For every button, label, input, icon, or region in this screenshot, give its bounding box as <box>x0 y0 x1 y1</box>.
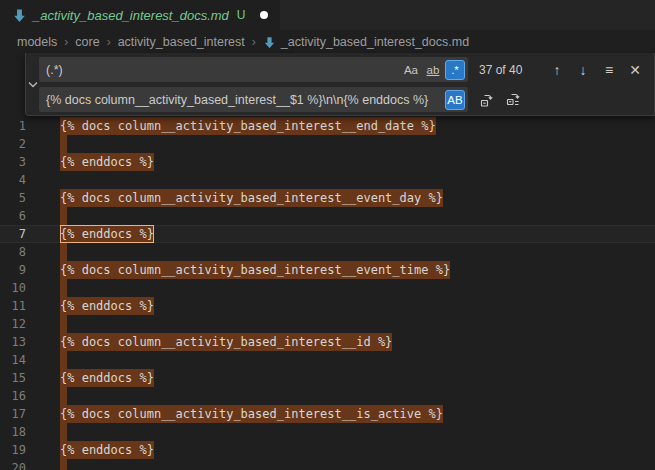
close-icon: ✕ <box>629 62 641 78</box>
line-number[interactable]: 1 <box>0 117 26 135</box>
breadcrumb-item-core[interactable]: core <box>75 35 99 49</box>
match-case-toggle[interactable]: Aa <box>401 60 421 80</box>
editor-line[interactable]: 17{% docs column__activity_based_interes… <box>0 405 655 423</box>
find-match-highlight: {% enddocs %} <box>60 297 154 315</box>
find-in-selection-button[interactable]: ≡ <box>598 59 620 81</box>
find-match-highlight-empty <box>60 459 67 470</box>
replace-input[interactable]: {% docs column__activity_based_interest_… <box>39 87 468 112</box>
line-number[interactable]: 11 <box>0 297 26 315</box>
whole-word-toggle[interactable]: ab <box>423 60 443 80</box>
regex-toggle[interactable]: .* <box>445 60 465 80</box>
line-number[interactable]: 9 <box>0 261 26 279</box>
tab-active-file[interactable]: _activity_based_interest_docs.md U <box>0 0 280 30</box>
line-number[interactable]: 2 <box>0 135 26 153</box>
editor-line[interactable]: 16 <box>0 387 655 405</box>
find-match-highlight-empty <box>60 279 67 297</box>
line-content <box>60 135 655 153</box>
replace-button[interactable] <box>476 89 498 111</box>
find-in-selection-icon: ≡ <box>605 62 613 78</box>
line-number[interactable]: 20 <box>0 459 26 470</box>
editor-line[interactable]: 19{% enddocs %} <box>0 441 655 459</box>
find-match-highlight-empty <box>60 207 67 225</box>
line-number[interactable]: 13 <box>0 333 26 351</box>
editor-line[interactable]: 18 <box>0 423 655 441</box>
editor-line[interactable]: 12 <box>0 315 655 333</box>
editor-line[interactable]: 7{% enddocs %} <box>0 225 655 243</box>
line-content: {% enddocs %} <box>60 441 655 459</box>
line-number[interactable]: 6 <box>0 207 26 225</box>
editor-line[interactable]: 20 <box>0 459 655 470</box>
find-match-highlight-empty <box>60 423 67 441</box>
line-number[interactable]: 5 <box>0 189 26 207</box>
line-number[interactable]: 16 <box>0 387 26 405</box>
line-number[interactable]: 4 <box>0 171 26 189</box>
line-number[interactable]: 8 <box>0 243 26 261</box>
replace-all-button[interactable] <box>502 89 524 111</box>
editor-line[interactable]: 10 <box>0 279 655 297</box>
find-match-highlight-empty <box>60 351 67 369</box>
markdown-file-icon <box>263 36 276 49</box>
editor-line[interactable]: 15{% enddocs %} <box>0 369 655 387</box>
line-number[interactable]: 14 <box>0 351 26 369</box>
line-number[interactable]: 15 <box>0 369 26 387</box>
find-match-highlight: {% docs column__activity_based_interest_… <box>60 261 450 279</box>
tab-filename: _activity_based_interest_docs.md <box>33 8 229 23</box>
breadcrumb-item-activity-based-interest[interactable]: activity_based_interest <box>118 35 245 49</box>
breadcrumb-separator: › <box>107 35 111 49</box>
editor: 1{% docs column__activity_based_interest… <box>0 54 655 470</box>
editor-line[interactable]: 3{% enddocs %} <box>0 153 655 171</box>
line-content <box>60 387 655 405</box>
editor-line[interactable]: 9{% docs column__activity_based_interest… <box>0 261 655 279</box>
find-match-highlight: {% enddocs %} <box>60 369 154 387</box>
line-number[interactable]: 18 <box>0 423 26 441</box>
find-match-highlight: {% docs column__activity_based_interest_… <box>60 189 443 207</box>
match-count: 37 of 40 <box>479 63 522 77</box>
line-content: {% docs column__activity_based_interest_… <box>60 261 655 279</box>
line-content <box>60 351 655 369</box>
markdown-file-icon <box>12 8 27 23</box>
editor-lines: 1{% docs column__activity_based_interest… <box>0 54 655 470</box>
breadcrumb-file-label: _activity_based_interest_docs.md <box>281 35 469 49</box>
editor-line[interactable]: 13{% docs column__activity_based_interes… <box>0 333 655 351</box>
line-number[interactable]: 10 <box>0 279 26 297</box>
chevron-down-icon <box>28 81 38 88</box>
line-content: {% enddocs %} <box>60 297 655 315</box>
editor-line[interactable]: 6 <box>0 207 655 225</box>
unsaved-changes-dot[interactable] <box>260 11 268 19</box>
toggle-replace-button[interactable] <box>26 53 39 115</box>
replace-row: {% docs column__activity_based_interest_… <box>39 87 650 112</box>
line-content: {% docs column__activity_based_interest_… <box>60 117 655 135</box>
previous-match-button[interactable]: ↑ <box>546 59 568 81</box>
editor-line[interactable]: 1{% docs column__activity_based_interest… <box>0 117 655 135</box>
line-content <box>60 243 655 261</box>
editor-line[interactable]: 8 <box>0 243 655 261</box>
editor-line[interactable]: 4 <box>0 171 655 189</box>
find-match-highlight: {% enddocs %} <box>60 441 154 459</box>
find-row: (.*) Aa ab .* 37 of 40 ↑ ↓ ≡ ✕ <box>39 57 650 82</box>
line-number[interactable]: 19 <box>0 441 26 459</box>
editor-line[interactable]: 14 <box>0 351 655 369</box>
line-number[interactable]: 12 <box>0 315 26 333</box>
breadcrumb-item-file[interactable]: _activity_based_interest_docs.md <box>263 35 469 49</box>
line-content <box>60 171 655 189</box>
line-number[interactable]: 3 <box>0 153 26 171</box>
line-content: {% enddocs %} <box>60 225 655 243</box>
line-content: {% docs column__activity_based_interest_… <box>60 405 655 423</box>
find-match-highlight: {% enddocs %} <box>60 153 154 171</box>
line-number[interactable]: 17 <box>0 405 26 423</box>
editor-line[interactable]: 5{% docs column__activity_based_interest… <box>0 189 655 207</box>
arrow-down-icon: ↓ <box>580 62 587 78</box>
close-find-widget-button[interactable]: ✕ <box>624 59 646 81</box>
breadcrumb-item-models[interactable]: models <box>17 35 57 49</box>
find-match-highlight: {% docs column__activity_based_interest_… <box>60 333 392 351</box>
editor-line[interactable]: 2 <box>0 135 655 153</box>
line-number[interactable]: 7 <box>0 225 26 243</box>
line-content <box>60 207 655 225</box>
line-content: {% enddocs %} <box>60 153 655 171</box>
preserve-case-toggle[interactable]: AB <box>445 90 465 110</box>
find-match-highlight-empty <box>60 135 67 153</box>
next-match-button[interactable]: ↓ <box>572 59 594 81</box>
find-input[interactable]: (.*) Aa ab .* <box>39 57 468 82</box>
find-replace-widget: (.*) Aa ab .* 37 of 40 ↑ ↓ ≡ ✕ {% docs c… <box>25 53 655 116</box>
editor-line[interactable]: 11{% enddocs %} <box>0 297 655 315</box>
